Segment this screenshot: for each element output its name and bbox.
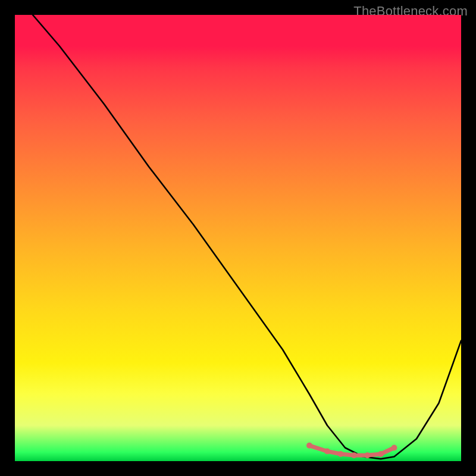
highlight-dot — [324, 449, 330, 455]
highlight-dot — [306, 443, 312, 449]
highlight-dot — [365, 452, 371, 458]
highlight-dot — [378, 451, 384, 457]
chart-canvas: TheBottleneck.com — [0, 0, 476, 476]
highlight-dot — [338, 451, 344, 457]
bottleneck-curve — [33, 15, 461, 459]
highlight-dot — [351, 452, 357, 458]
highlight-dot — [392, 445, 397, 451]
curve-layer — [15, 15, 461, 461]
gradient-plot-area — [15, 15, 461, 461]
